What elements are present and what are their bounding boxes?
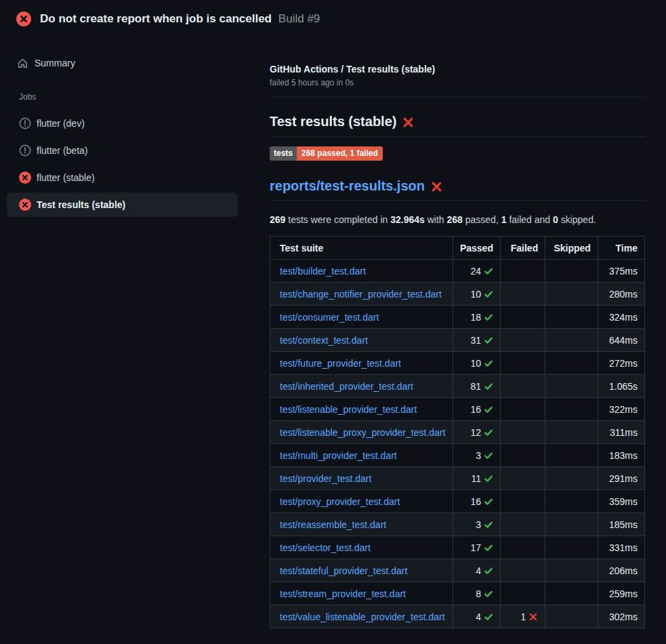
summary-label: Summary xyxy=(35,58,75,68)
skipped-cell xyxy=(545,582,598,605)
sidebar-item-flutter-stable[interactable]: flutter (stable) xyxy=(7,165,238,190)
stop-circle-icon xyxy=(19,144,31,157)
time-cell: 280ms xyxy=(598,283,644,306)
failed-cell xyxy=(500,513,545,536)
table-row: test/listenable_proxy_provider_test.dart… xyxy=(270,421,645,444)
skipped-cell xyxy=(545,421,598,444)
skipped-cell xyxy=(545,352,598,375)
test-suite-link[interactable]: test/reassemble_test.dart xyxy=(280,519,386,530)
sidebar-item-test-results-stable[interactable]: Test results (stable) xyxy=(7,193,238,217)
job-label: flutter (stable) xyxy=(37,172,95,183)
x-circle-fill-icon xyxy=(16,12,31,26)
check-icon xyxy=(484,589,493,599)
sidebar-item-summary[interactable]: Summary xyxy=(0,54,270,72)
passed-cell: 24 xyxy=(453,260,500,283)
failed-cell xyxy=(500,375,545,398)
failed-cell xyxy=(500,398,545,421)
failed-cell xyxy=(500,536,545,559)
build-number: Build #9 xyxy=(278,12,320,25)
section-title: Test results (stable) xyxy=(270,114,645,137)
skipped-cell xyxy=(545,444,598,467)
suite-cell: test/context_test.dart xyxy=(270,329,453,352)
job-label: Test results (stable) xyxy=(37,199,125,210)
table-row: test/stream_provider_test.dart 8 259ms xyxy=(270,582,645,605)
table-row: test/change_notifier_provider_test.dart … xyxy=(270,283,645,306)
passed-cell: 17 xyxy=(453,536,500,559)
sidebar-item-flutter-beta[interactable]: flutter (beta) xyxy=(7,138,238,163)
failed-cell xyxy=(500,283,545,306)
passed-cell: 8 xyxy=(453,582,500,605)
check-icon xyxy=(484,313,493,322)
time-cell: 324ms xyxy=(598,306,644,329)
failed-cell: 1 xyxy=(500,605,545,628)
suite-cell: test/listenable_provider_test.dart xyxy=(270,398,453,421)
check-icon xyxy=(484,612,493,622)
test-suite-link[interactable]: test/stateful_provider_test.dart xyxy=(280,565,407,576)
test-suite-link[interactable]: test/builder_test.dart xyxy=(280,266,366,277)
job-detail-panel: GitHub Actions / Test results (stable) f… xyxy=(270,38,666,628)
check-icon xyxy=(484,428,493,437)
test-suite-link[interactable]: test/listenable_proxy_provider_test.dart xyxy=(280,427,445,438)
test-suite-link[interactable]: test/context_test.dart xyxy=(280,335,368,346)
test-suite-link[interactable]: test/inherited_provider_test.dart xyxy=(280,381,413,392)
test-suite-link[interactable]: test/consumer_test.dart xyxy=(280,312,379,323)
time-cell: 302ms xyxy=(598,605,644,628)
failed-cell xyxy=(500,352,545,375)
time-cell: 291ms xyxy=(598,467,644,490)
x-circle-fill-icon xyxy=(19,172,31,184)
home-icon xyxy=(17,58,28,69)
table-row: test/context_test.dart 31 644ms xyxy=(270,329,645,352)
test-suite-link[interactable]: test/future_provider_test.dart xyxy=(280,358,401,369)
cross-mark-icon xyxy=(402,117,414,128)
failed-cell xyxy=(500,260,545,283)
table-header-row: Test suite Passed Failed Skipped Time xyxy=(270,237,645,260)
table-row: test/listenable_provider_test.dart 16 32… xyxy=(270,398,645,421)
skipped-cell xyxy=(545,605,598,628)
suite-cell: test/stateful_provider_test.dart xyxy=(270,559,453,582)
badge-value: 268 passed, 1 failed xyxy=(297,146,383,161)
col-header-failed: Failed xyxy=(500,237,545,260)
test-suite-link[interactable]: test/change_notifier_provider_test.dart xyxy=(280,289,442,300)
failed-cell xyxy=(500,559,545,582)
test-suite-link[interactable]: test/multi_provider_test.dart xyxy=(280,450,397,461)
report-title: reports/test-results.json xyxy=(270,178,645,201)
table-row: test/stateful_provider_test.dart 4 206ms xyxy=(270,559,645,582)
time-cell: 272ms xyxy=(598,352,644,375)
check-icon xyxy=(484,543,493,552)
suite-cell: test/future_provider_test.dart xyxy=(270,352,453,375)
test-results-table: Test suite Passed Failed Skipped Time te… xyxy=(270,236,645,628)
time-cell: 359ms xyxy=(598,490,644,513)
job-list: flutter (dev) flutter (beta) flutter (st… xyxy=(7,111,238,217)
cross-mark-icon xyxy=(431,181,442,193)
skipped-cell xyxy=(545,513,598,536)
test-suite-link[interactable]: test/listenable_provider_test.dart xyxy=(280,404,417,415)
badge-label: tests xyxy=(270,146,297,161)
skipped-cell xyxy=(545,559,598,582)
failed-cell xyxy=(500,490,545,513)
test-suite-link[interactable]: test/proxy_provider_test.dart xyxy=(280,496,400,507)
check-icon xyxy=(484,451,493,460)
table-row: test/provider_test.dart 11 291ms xyxy=(270,467,645,490)
job-status-line: failed 5 hours ago in 0s xyxy=(270,78,645,87)
passed-cell: 81 xyxy=(453,375,500,398)
test-suite-link[interactable]: test/selector_test.dart xyxy=(280,542,371,553)
test-suite-link[interactable]: test/provider_test.dart xyxy=(280,473,371,484)
table-row: test/multi_provider_test.dart 3 183ms xyxy=(270,444,645,467)
suite-cell: test/provider_test.dart xyxy=(270,467,453,490)
suite-cell: test/listenable_proxy_provider_test.dart xyxy=(270,421,453,444)
failed-cell xyxy=(500,582,545,605)
sidebar-item-flutter-dev[interactable]: flutter (dev) xyxy=(7,111,238,136)
check-icon xyxy=(484,382,493,391)
breadcrumb: GitHub Actions / Test results (stable) xyxy=(270,64,645,75)
tests-status-badge: tests 268 passed, 1 failed xyxy=(270,146,383,161)
suite-cell: test/multi_provider_test.dart xyxy=(270,444,453,467)
time-cell: 1.065s xyxy=(598,375,644,398)
time-cell: 206ms xyxy=(598,559,644,582)
test-suite-link[interactable]: test/stream_provider_test.dart xyxy=(280,588,406,599)
check-icon xyxy=(484,520,493,529)
report-file-link[interactable]: reports/test-results.json xyxy=(270,178,425,193)
test-suite-link[interactable]: test/value_listenable_provider_test.dart xyxy=(280,611,445,622)
passed-cell: 10 xyxy=(453,283,500,306)
skipped-cell xyxy=(545,306,598,329)
jobs-sidebar: Summary Jobs flutter (dev) flutter (beta… xyxy=(0,38,270,220)
